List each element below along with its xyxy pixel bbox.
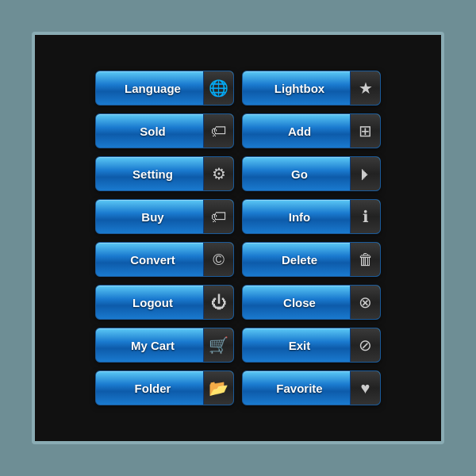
sold-button-icon-box: 🏷 (203, 114, 233, 148)
go-button-icon-box: ⏵ (350, 157, 380, 190)
delete-button-icon: 🗑 (358, 251, 374, 267)
button-grid: Language🌐Lightbox★Sold🏷Add⊞Setting⚙Go⏵Bu… (79, 55, 397, 421)
buy-button-label: Buy (96, 210, 203, 224)
setting-button-label: Setting (96, 167, 203, 181)
delete-button[interactable]: Delete🗑 (242, 242, 381, 277)
setting-button[interactable]: Setting⚙ (95, 156, 234, 191)
lightbox-button-icon-box: ★ (350, 71, 380, 105)
info-button-icon-box: ℹ (350, 200, 380, 233)
close-button-label: Close (243, 296, 350, 309)
folder-button-icon: 📂 (209, 380, 228, 396)
delete-button-icon-box: 🗑 (350, 243, 380, 276)
buy-button-icon-box: 🏷 (203, 200, 233, 233)
mycart-button-icon-box: 🛒 (203, 328, 233, 362)
favorite-button-label: Favorite (243, 382, 350, 395)
logout-button-label: Logout (96, 296, 203, 309)
exit-button-icon: ⊘ (359, 337, 372, 353)
sold-button[interactable]: Sold🏷 (95, 113, 234, 148)
language-button-icon: 🌐 (209, 80, 228, 96)
go-button-label: Go (243, 167, 350, 181)
add-button[interactable]: Add⊞ (242, 113, 381, 148)
sold-button-icon: 🏷 (211, 123, 227, 139)
logout-button[interactable]: Logout⏻ (95, 285, 234, 320)
logout-button-icon-box: ⏻ (203, 286, 233, 319)
language-button-icon-box: 🌐 (203, 71, 233, 105)
language-button[interactable]: Language🌐 (95, 71, 234, 106)
setting-button-icon-box: ⚙ (203, 157, 233, 190)
close-button-icon: ⊗ (359, 294, 372, 310)
go-button-icon: ⏵ (358, 166, 374, 182)
logout-button-icon: ⏻ (211, 294, 227, 310)
add-button-icon: ⊞ (359, 123, 372, 139)
setting-button-icon: ⚙ (212, 166, 226, 182)
buy-button[interactable]: Buy🏷 (95, 199, 234, 234)
mycart-button-label: My Cart (96, 339, 203, 352)
convert-button-label: Convert (96, 253, 203, 267)
go-button[interactable]: Go⏵ (242, 156, 381, 191)
convert-button-icon-box: © (203, 243, 233, 276)
close-button-icon-box: ⊗ (350, 286, 380, 319)
add-button-icon-box: ⊞ (350, 114, 380, 148)
buy-button-icon: 🏷 (211, 209, 227, 225)
language-button-label: Language (96, 82, 203, 95)
folder-button-icon-box: 📂 (203, 371, 233, 405)
info-button[interactable]: Infoℹ (242, 199, 381, 234)
info-button-label: Info (243, 210, 350, 224)
lightbox-button-label: Lightbox (243, 82, 350, 95)
close-button[interactable]: Close⊗ (242, 285, 381, 320)
mycart-button[interactable]: My Cart🛒 (95, 328, 234, 363)
add-button-label: Add (243, 125, 350, 138)
lightbox-button-icon: ★ (359, 80, 373, 96)
lightbox-button[interactable]: Lightbox★ (242, 71, 381, 106)
favorite-button-icon-box: ♥ (350, 371, 380, 405)
mycart-button-icon: 🛒 (209, 337, 228, 353)
info-button-icon: ℹ (363, 209, 369, 225)
exit-button[interactable]: Exit⊘ (242, 328, 381, 363)
convert-button[interactable]: Convert© (95, 242, 234, 277)
exit-button-label: Exit (243, 339, 350, 352)
favorite-button[interactable]: Favorite♥ (242, 370, 381, 405)
exit-button-icon-box: ⊘ (350, 328, 380, 362)
folder-button[interactable]: Folder📂 (95, 370, 234, 405)
favorite-button-icon: ♥ (361, 380, 370, 396)
sold-button-label: Sold (96, 125, 203, 138)
convert-button-icon: © (213, 251, 225, 267)
folder-button-label: Folder (96, 382, 203, 395)
outer-frame: Language🌐Lightbox★Sold🏷Add⊞Setting⚙Go⏵Bu… (32, 32, 444, 444)
delete-button-label: Delete (243, 253, 350, 267)
